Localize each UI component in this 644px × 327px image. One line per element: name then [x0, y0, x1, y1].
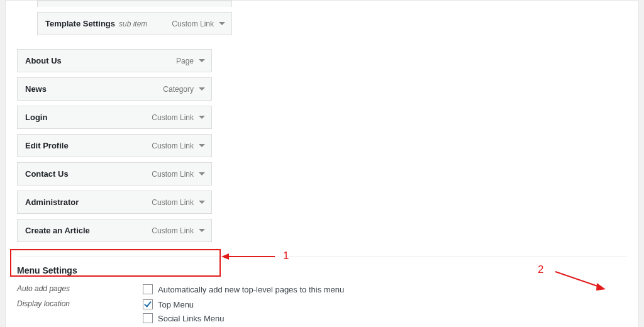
menu-settings-heading: Menu Settings — [17, 265, 627, 275]
menu-item-type: Custom Link — [152, 226, 194, 235]
chevron-down-icon[interactable] — [199, 59, 205, 62]
menu-item-title: Contact Us — [25, 169, 69, 179]
chevron-down-icon[interactable] — [199, 229, 205, 232]
top-menu-option[interactable]: Top Menu — [143, 299, 225, 309]
menu-item-title: About Us — [25, 56, 62, 65]
menu-item-type: Custom Link — [152, 198, 194, 207]
display-location-row: Display location Top Menu Social Links M… — [17, 297, 627, 326]
menu-item-title: Edit Profile — [25, 141, 69, 150]
divider — [17, 256, 627, 257]
sub-item-label: sub item — [119, 19, 147, 28]
menu-item-row-partial — [37, 1, 232, 7]
top-menu-checkbox[interactable] — [143, 299, 153, 309]
chevron-down-icon[interactable] — [199, 144, 205, 147]
chevron-down-icon[interactable] — [199, 172, 205, 175]
social-links-text: Social Links Menu — [158, 314, 225, 323]
social-links-option[interactable]: Social Links Menu — [143, 313, 225, 323]
auto-add-text: Automatically add new top-level pages to… — [158, 285, 344, 294]
menu-item-title: Create an Article — [25, 226, 90, 235]
menu-item-title: News — [25, 84, 47, 94]
menu-item-type: Custom Link — [152, 170, 194, 179]
menu-items-list: Template Settings sub item Custom Link A… — [17, 1, 627, 242]
menu-item-title: Administrator — [25, 197, 79, 207]
menu-item-login[interactable]: Login Custom Link — [17, 106, 212, 129]
menu-item-type: Custom Link — [152, 113, 194, 122]
chevron-down-icon[interactable] — [199, 116, 205, 119]
menu-item-edit-profile[interactable]: Edit Profile Custom Link — [17, 134, 212, 157]
menu-item-type: Custom Link — [152, 141, 194, 150]
menu-item-type: Page — [176, 57, 194, 65]
menu-item-type: Category — [163, 85, 194, 94]
chevron-down-icon[interactable] — [219, 22, 225, 25]
menu-item-title: Login — [25, 113, 47, 122]
menu-item-title: Template Settings — [45, 19, 115, 28]
auto-add-pages-label: Auto add pages — [17, 284, 143, 293]
auto-add-checkbox[interactable] — [143, 284, 153, 294]
menu-item-about-us[interactable]: About Us Page — [17, 49, 212, 72]
menu-item-administrator[interactable]: Administrator Custom Link — [17, 191, 212, 214]
chevron-down-icon[interactable] — [199, 87, 205, 91]
menu-item-type: Custom Link — [172, 19, 214, 28]
menu-item-create-article[interactable]: Create an Article Custom Link — [17, 219, 212, 242]
menu-item-news[interactable]: News Category — [17, 77, 212, 101]
top-menu-text: Top Menu — [158, 300, 194, 309]
auto-add-pages-row: Auto add pages Automatically add new top… — [17, 282, 627, 297]
menu-item-contact-us[interactable]: Contact Us Custom Link — [17, 162, 212, 186]
menu-item-template-settings[interactable]: Template Settings sub item Custom Link — [37, 12, 232, 35]
auto-add-pages-option[interactable]: Automatically add new top-level pages to… — [143, 284, 344, 294]
chevron-down-icon[interactable] — [199, 201, 205, 204]
display-location-label: Display location — [17, 299, 143, 308]
social-links-checkbox[interactable] — [143, 313, 153, 323]
